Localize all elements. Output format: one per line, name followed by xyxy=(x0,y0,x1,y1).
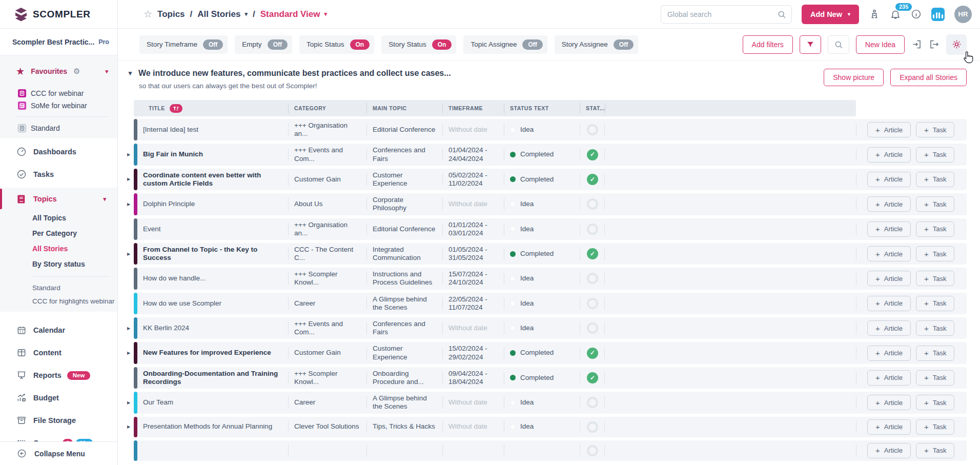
table-settings-gear-icon[interactable] xyxy=(946,34,967,55)
global-search[interactable] xyxy=(661,5,792,24)
table-row[interactable]: ▶ Big Fair in Munich +++ Events and Com.… xyxy=(127,144,967,165)
expand-row-icon[interactable]: ▶ xyxy=(127,424,130,429)
chevron-down-icon[interactable]: ▾ xyxy=(105,68,108,75)
row-title[interactable]: Dolphin Principle xyxy=(137,193,288,215)
table-row[interactable]: ▶ From Channel to Topic - the Key to Suc… xyxy=(127,243,967,265)
table-row[interactable]: ▶ Dolphin Principle About Us Corporate P… xyxy=(127,193,967,215)
table-row[interactable]: ▶ Onboarding-Documentation and Training … xyxy=(127,367,967,389)
column-header-title[interactable]: TITLE xyxy=(134,100,288,116)
row-title[interactable]: [Internal Idea] test xyxy=(137,119,288,140)
export-icon[interactable] xyxy=(929,39,940,50)
add-task-button[interactable]: +Task xyxy=(916,246,955,261)
breadcrumb-all-stories[interactable]: All Stories xyxy=(197,9,240,19)
sidebar-item-standard[interactable]: Standard xyxy=(0,281,117,294)
row-title[interactable]: Big Fair in Munich xyxy=(137,144,288,165)
row-title[interactable]: Our Team xyxy=(137,392,288,413)
notifications-bell-icon[interactable]: 235 xyxy=(890,9,901,20)
logo[interactable]: SCOMPLER xyxy=(0,0,118,28)
gear-icon[interactable]: ⚙ xyxy=(73,67,80,76)
filter-chip[interactable]: Story Assignee Off xyxy=(555,35,638,54)
add-article-button[interactable]: +Article xyxy=(867,246,911,261)
add-task-button[interactable]: +Task xyxy=(916,346,955,361)
story-row-card[interactable]: How do we handle... +++ Scompler Knowl..… xyxy=(134,268,967,289)
column-header-status-text[interactable]: STATUS TEXT xyxy=(504,100,580,116)
table-row[interactable]: ▶ New Features for improved Experience C… xyxy=(127,342,967,363)
add-filters-button[interactable]: Add filters xyxy=(743,35,793,54)
table-row[interactable]: ▶ KK Berlin 2024 +++ Events and Com... C… xyxy=(127,317,967,339)
sidebar-item-all-topics[interactable]: All Topics xyxy=(0,210,117,226)
add-article-button[interactable]: +Article xyxy=(867,370,911,386)
add-article-button[interactable]: +Article xyxy=(867,419,911,435)
story-row-card[interactable]: Event +++ Organisation an... Editorial C… xyxy=(134,218,967,240)
sidebar-item-some-for-webinar[interactable]: SoMe for webinar xyxy=(0,99,117,112)
story-row-card[interactable]: Presentation Methods for Annual Planning… xyxy=(134,417,967,437)
add-article-button[interactable]: +Article xyxy=(867,221,911,237)
add-task-button[interactable]: +Task xyxy=(916,271,955,286)
add-task-button[interactable]: +Task xyxy=(916,419,955,435)
expand-row-icon[interactable]: ▶ xyxy=(127,177,130,181)
story-row-card[interactable]: [Internal Idea] test +++ Organisation an… xyxy=(134,119,967,140)
row-title[interactable]: Event xyxy=(137,218,288,240)
add-task-button[interactable]: +Task xyxy=(916,172,955,187)
add-new-button[interactable]: Add New ▾ xyxy=(802,5,859,24)
add-task-button[interactable]: +Task xyxy=(916,196,955,212)
table-row[interactable]: ▶ Event +++ Organisation an... Editorial… xyxy=(127,218,967,240)
sidebar-item-ccc-for-webinar[interactable]: CCC for webinar xyxy=(0,87,117,99)
add-article-button[interactable]: +Article xyxy=(867,443,911,458)
sidebar-item-by-story-status[interactable]: By Story status xyxy=(0,256,117,272)
add-article-button[interactable]: +Article xyxy=(867,147,911,163)
column-header-main-topic[interactable]: MAIN TOPIC xyxy=(366,100,442,116)
import-icon[interactable] xyxy=(911,39,922,50)
story-title[interactable]: We introduce new features, communicate b… xyxy=(138,69,451,78)
add-task-button[interactable]: +Task xyxy=(916,370,955,386)
intercom-chat-icon[interactable] xyxy=(931,8,945,21)
sidebar-item-ccc-highlights-webinar[interactable]: CCC for highlights webinar xyxy=(0,294,117,308)
funnel-filter-button[interactable] xyxy=(800,35,821,54)
expand-row-icon[interactable]: ▶ xyxy=(127,152,130,157)
expand-row-icon[interactable]: ▶ xyxy=(127,252,130,256)
story-row-card[interactable]: Onboarding-Documentation and Training Re… xyxy=(134,367,967,389)
add-article-button[interactable]: +Article xyxy=(867,296,911,311)
table-row[interactable]: ▶ Coordinate content even better with cu… xyxy=(127,169,967,190)
column-header-timeframe[interactable]: TIMEFRAME xyxy=(442,100,504,116)
sidebar-item-content[interactable]: Content xyxy=(0,341,117,364)
sidebar-item-file-storage[interactable]: File Storage xyxy=(0,409,117,432)
academy-icon[interactable] xyxy=(869,9,880,20)
search-input[interactable] xyxy=(667,10,777,18)
table-row[interactable]: ▶ How do we use Scompler Career A Glimps… xyxy=(127,293,967,314)
chevron-down-icon[interactable]: ▾ xyxy=(324,11,328,17)
expand-all-stories-button[interactable]: Expand all Stories xyxy=(890,69,967,86)
sidebar-item-per-category[interactable]: Per Category xyxy=(0,226,117,241)
sidebar-item-favourites[interactable]: ★ Favourites ⚙ ▾ xyxy=(0,63,117,80)
sidebar-item-standard-view[interactable]: Standard xyxy=(0,121,117,135)
search-table-button[interactable] xyxy=(828,35,849,54)
info-icon[interactable] xyxy=(911,9,922,19)
filter-chip[interactable]: Story Timeframe Off xyxy=(139,35,228,54)
add-task-button[interactable]: +Task xyxy=(916,122,955,137)
story-row-card[interactable]: From Channel to Topic - the Key to Succe… xyxy=(134,243,967,265)
sidebar-item-reports[interactable]: Reports New xyxy=(0,364,117,387)
row-title[interactable]: KK Berlin 2024 xyxy=(137,317,288,339)
table-row[interactable]: ▶ Our Team Career A Glimpse behind the S… xyxy=(127,392,967,413)
row-title[interactable]: Onboarding-Documentation and Training Re… xyxy=(137,367,288,389)
row-title[interactable] xyxy=(137,440,288,461)
expand-row-icon[interactable]: ▶ xyxy=(127,202,130,207)
table-row[interactable]: ▶ How do we handle... +++ Scompler Knowl… xyxy=(127,268,967,289)
column-header-status[interactable]: STAT... xyxy=(580,100,605,116)
filter-chip[interactable]: Empty Off xyxy=(235,35,292,54)
row-title[interactable]: Presentation Methods for Annual Planning xyxy=(137,417,288,437)
row-title[interactable]: How do we use Scompler xyxy=(137,293,288,314)
table-row[interactable]: ▶ [Internal Idea] test +++ Organisation … xyxy=(127,119,967,140)
workspace-selector[interactable]: Scompler Best Practic... Pro xyxy=(0,29,117,55)
favourite-star-icon[interactable]: ☆ xyxy=(144,8,152,20)
row-title[interactable]: How do we handle... xyxy=(137,268,288,289)
row-title[interactable]: New Features for improved Experience xyxy=(137,342,288,363)
new-idea-button[interactable]: New Idea xyxy=(856,35,905,54)
sidebar-item-calendar[interactable]: Calendar xyxy=(0,319,117,341)
story-row-card[interactable]: Our Team Career A Glimpse behind the Sce… xyxy=(134,392,967,413)
table-row[interactable]: ▶ Presentation Methods for Annual Planni… xyxy=(127,417,967,437)
filter-chip[interactable]: Topic Status On xyxy=(299,35,374,54)
table-row[interactable]: ▶ +Article +Task xyxy=(127,440,967,461)
filter-chip[interactable]: Topic Assignee Off xyxy=(463,35,547,54)
search-icon[interactable] xyxy=(777,10,786,19)
